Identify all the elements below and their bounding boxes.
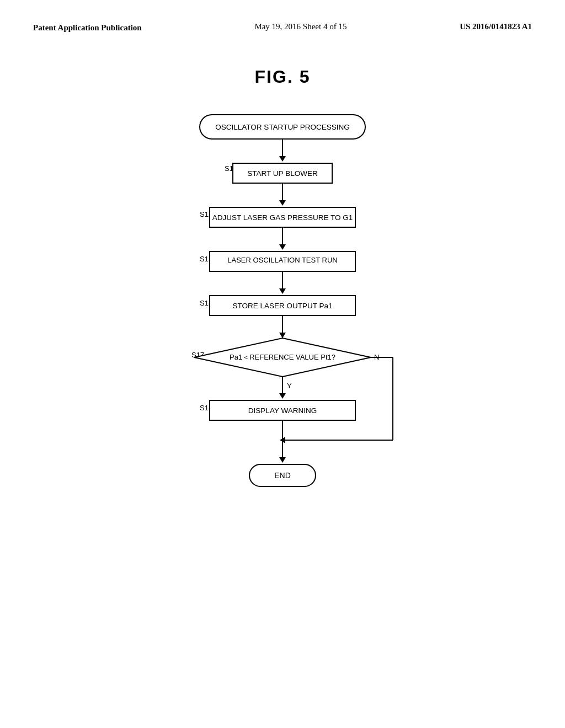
end-node-text: END <box>274 471 291 480</box>
figure-title: FIG. 5 <box>33 67 532 87</box>
s17-text: Pa1＜REFERENCE VALUE Pt1? <box>230 353 335 361</box>
s12-text: ADJUST LASER GAS PRESSURE TO G1 <box>212 213 353 222</box>
s11-text: START UP BLOWER <box>247 169 318 178</box>
page-header: Patent Application Publication May 19, 2… <box>33 22 532 34</box>
s18-text: DISPLAY WARNING <box>248 406 317 415</box>
svg-marker-25 <box>279 457 286 463</box>
s13-text: LASER OSCILLATION TEST RUN <box>227 256 337 264</box>
page: Patent Application Publication May 19, 2… <box>0 0 565 728</box>
svg-marker-14 <box>279 333 286 338</box>
svg-marker-11 <box>279 288 286 294</box>
sheet-info: May 19, 2016 Sheet 4 of 15 <box>254 22 347 31</box>
svg-marker-8 <box>279 244 286 250</box>
publication-label: Patent Application Publication <box>33 22 142 34</box>
svg-marker-5 <box>279 200 286 206</box>
start-node-text: OSCILLATOR STARTUP PROCESSING <box>215 123 349 131</box>
patent-number: US 2016/0141823 A1 <box>460 22 532 31</box>
svg-marker-17 <box>279 393 286 399</box>
s14-text: STORE LASER OUTPUT Pa1 <box>232 302 332 310</box>
flowchart-svg: OSCILLATOR STARTUP PROCESSING S11 START … <box>139 109 426 528</box>
branch-y-label: Y <box>287 382 292 390</box>
svg-marker-2 <box>279 156 286 162</box>
